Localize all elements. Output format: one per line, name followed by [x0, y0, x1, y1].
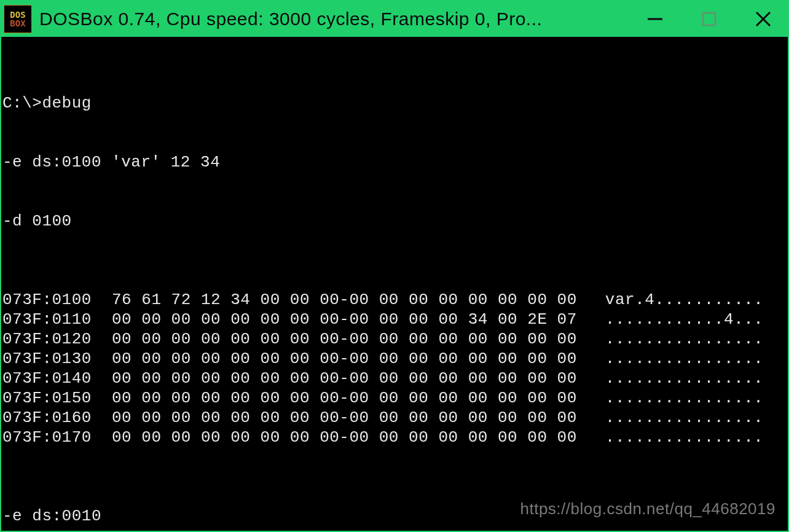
ascii-repr: ............4...: [577, 310, 764, 329]
minimize-button[interactable]: [643, 7, 667, 31]
ascii-repr: ................: [577, 428, 764, 447]
hex-bytes: 00 00 00 00 00 00 00 00-00 00 00 00 34 0…: [95, 310, 577, 329]
memory-address: 073F:0160: [2, 408, 95, 428]
hex-bytes: 00 00 00 00 00 00 00 00-00 00 00 00 00 0…: [95, 388, 577, 408]
app-icon: DOS BOX: [4, 5, 32, 33]
memory-dump-row: 073F:013000 00 00 00 00 00 00 00-00 00 0…: [2, 349, 787, 369]
svg-rect-1: [703, 13, 715, 25]
memory-dump-row: 073F:015000 00 00 00 00 00 00 00-00 00 0…: [2, 388, 787, 408]
hex-bytes: 00 00 00 00 00 00 00 00-00 00 00 00 00 0…: [95, 408, 577, 428]
command-line: -e ds:0100 'var' 12 34: [2, 152, 787, 172]
titlebar[interactable]: DOS BOX DOSBox 0.74, Cpu speed: 3000 cyc…: [1, 1, 788, 37]
hex-bytes: 76 61 72 12 34 00 00 00-00 00 00 00 00 0…: [95, 290, 577, 310]
ascii-repr: var.4...........: [577, 290, 764, 310]
memory-address: 073F:0170: [2, 428, 95, 447]
ascii-repr: ................: [577, 408, 764, 428]
memory-dump-row: 073F:012000 00 00 00 00 00 00 00-00 00 0…: [2, 329, 787, 349]
command-line: -d 0100: [2, 211, 787, 231]
memory-address: 073F:0150: [2, 388, 95, 408]
memory-dump-row: 073F:010076 61 72 12 34 00 00 00-00 00 0…: [2, 290, 787, 310]
hex-bytes: 00 00 00 00 00 00 00 00-00 00 00 00 00 0…: [95, 428, 577, 447]
memory-dump-row: 073F:016000 00 00 00 00 00 00 00-00 00 0…: [2, 408, 787, 428]
memory-address: 073F:0130: [2, 349, 95, 369]
memory-dump-row: 073F:011000 00 00 00 00 00 00 00-00 00 0…: [2, 310, 787, 329]
memory-address: 073F:0140: [2, 369, 95, 388]
memory-address: 073F:0120: [2, 329, 95, 349]
ascii-repr: ................: [577, 388, 764, 408]
memory-address: 073F:0100: [2, 290, 95, 310]
command-line: -e ds:0010: [2, 506, 787, 526]
maximize-icon: [701, 11, 717, 27]
app-icon-text-1: DOS: [10, 10, 25, 19]
hex-bytes: 00 00 00 00 00 00 00 00-00 00 00 00 00 0…: [95, 329, 577, 349]
terminal-area[interactable]: C:\>debug -e ds:0100 'var' 12 34 -d 0100…: [1, 37, 788, 531]
hex-bytes: 00 00 00 00 00 00 00 00-00 00 00 00 00 0…: [95, 369, 577, 388]
close-icon: [754, 10, 772, 28]
ascii-repr: ................: [577, 349, 764, 369]
ascii-repr: ................: [577, 329, 764, 349]
window-title: DOSBox 0.74, Cpu speed: 3000 cycles, Fra…: [39, 9, 630, 29]
close-button[interactable]: [751, 7, 775, 31]
minimize-icon: [646, 10, 664, 28]
maximize-button[interactable]: [697, 7, 721, 31]
app-icon-text-2: BOX: [10, 19, 25, 28]
app-window: DOS BOX DOSBox 0.74, Cpu speed: 3000 cyc…: [0, 0, 789, 532]
memory-dump-row: 073F:014000 00 00 00 00 00 00 00-00 00 0…: [2, 369, 787, 388]
memory-address: 073F:0110: [2, 310, 95, 329]
memory-dump-row: 073F:017000 00 00 00 00 00 00 00-00 00 0…: [2, 428, 787, 447]
window-controls: [643, 7, 775, 31]
ascii-repr: ................: [577, 369, 764, 388]
prompt-line: C:\>debug: [2, 93, 787, 113]
hex-bytes: 00 00 00 00 00 00 00 00-00 00 00 00 00 0…: [95, 349, 577, 369]
